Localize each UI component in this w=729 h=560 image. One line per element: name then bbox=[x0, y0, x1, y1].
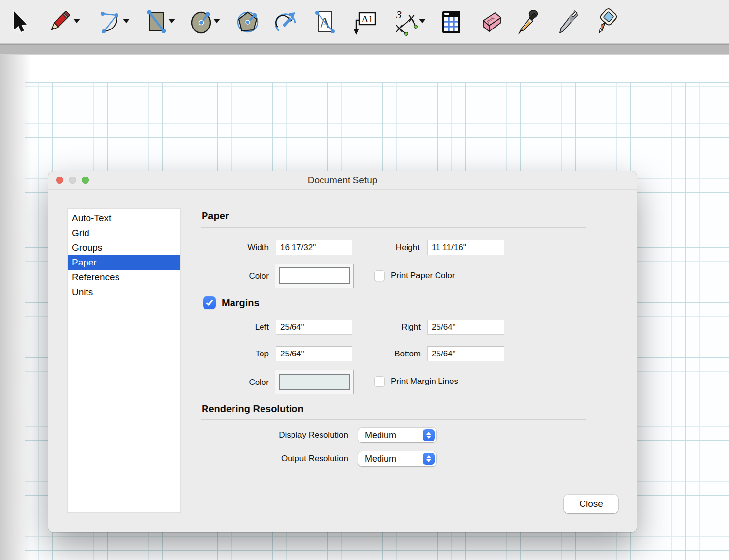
print-margin-lines-checkbox[interactable] bbox=[374, 376, 385, 387]
rectangle-tool-button[interactable] bbox=[144, 7, 171, 37]
dialog-title: Document Setup bbox=[308, 175, 378, 186]
pencil-tool-button[interactable] bbox=[45, 7, 73, 37]
app-window: A A1 3 bbox=[0, 0, 729, 560]
svg-text:3: 3 bbox=[396, 8, 402, 21]
stepper-icon bbox=[423, 429, 435, 441]
rotate-tool-button[interactable] bbox=[272, 7, 299, 37]
chevron-down-icon bbox=[426, 459, 431, 462]
output-resolution-label: Output Resolution bbox=[235, 451, 348, 466]
glue-icon bbox=[594, 8, 621, 36]
right-margin-input[interactable] bbox=[427, 320, 504, 335]
knife-tool-button[interactable] bbox=[554, 7, 582, 37]
right-margin-label: Right bbox=[358, 320, 421, 335]
margin-color-swatch bbox=[279, 374, 350, 390]
margins-section-heading: Margins bbox=[222, 297, 260, 309]
display-resolution-label: Display Resolution bbox=[235, 428, 348, 442]
ellipse-dropdown-arrow-icon[interactable] bbox=[213, 19, 220, 23]
traffic-lights bbox=[56, 177, 89, 184]
paper-color-label: Color bbox=[210, 268, 269, 284]
width-label: Width bbox=[210, 240, 269, 255]
sidebar-item-references[interactable]: References bbox=[68, 270, 180, 285]
toolbar-divider bbox=[0, 44, 729, 55]
eyedropper-tool-button[interactable] bbox=[515, 7, 542, 37]
bottom-margin-input[interactable] bbox=[427, 346, 504, 361]
chevron-up-icon bbox=[426, 432, 431, 435]
ellipse-tool-button[interactable] bbox=[188, 7, 216, 37]
rectangle-dropdown-arrow-icon[interactable] bbox=[168, 19, 175, 23]
close-window-icon[interactable] bbox=[56, 177, 63, 184]
pencil-dropdown-arrow-icon[interactable] bbox=[73, 19, 80, 23]
glue-tool-button[interactable] bbox=[594, 7, 621, 37]
sidebar-item-auto-text[interactable]: Auto-Text bbox=[68, 211, 180, 226]
left-margin-input[interactable] bbox=[276, 320, 352, 335]
calculator-table-tool-button[interactable] bbox=[437, 7, 465, 37]
dimension-label-icon: A1 bbox=[352, 8, 378, 36]
polygon-icon bbox=[235, 8, 262, 36]
output-resolution-value: Medium bbox=[358, 454, 423, 464]
dialog-titlebar[interactable]: Document Setup bbox=[48, 171, 637, 190]
knife-icon bbox=[556, 8, 581, 36]
dimension-icon: 3 bbox=[391, 8, 419, 36]
checkmark-icon bbox=[206, 298, 213, 305]
text-icon: A bbox=[313, 8, 337, 36]
chevron-down-icon bbox=[426, 436, 431, 439]
left-margin-label: Left bbox=[210, 320, 269, 335]
paper-color-swatch bbox=[279, 267, 350, 284]
rectangle-icon bbox=[146, 8, 169, 36]
print-paper-color-row: Print Paper Color bbox=[374, 270, 455, 281]
eyedropper-icon bbox=[516, 8, 541, 36]
sidebar-item-groups[interactable]: Groups bbox=[68, 240, 180, 255]
sidebar-item-grid[interactable]: Grid bbox=[68, 226, 180, 240]
curve-tool-button[interactable] bbox=[97, 7, 124, 37]
sidebar-item-paper[interactable]: Paper bbox=[68, 255, 180, 270]
margins-heading-row: Margins bbox=[203, 296, 260, 309]
curve-icon bbox=[98, 9, 123, 35]
section-divider bbox=[201, 419, 586, 420]
eraser-tool-button[interactable]: pink bbox=[476, 7, 504, 37]
rotate-arrow-icon bbox=[272, 8, 299, 36]
dimension-label-tool-button[interactable]: A1 bbox=[351, 7, 379, 37]
settings-category-list: Auto-Text Grid Groups Paper References U… bbox=[67, 208, 181, 513]
paper-section-heading: Paper bbox=[202, 210, 229, 222]
width-input[interactable] bbox=[276, 240, 352, 255]
margins-checkbox[interactable] bbox=[203, 296, 216, 309]
ellipse-icon bbox=[189, 8, 215, 36]
top-margin-label: Top bbox=[210, 346, 269, 361]
height-label: Height bbox=[358, 240, 420, 255]
display-resolution-value: Medium bbox=[358, 430, 423, 441]
document-setup-dialog: Document Setup Auto-Text Grid Groups Pap… bbox=[48, 171, 637, 532]
height-input[interactable] bbox=[427, 240, 504, 255]
paper-color-well[interactable] bbox=[275, 264, 354, 288]
top-margin-input[interactable] bbox=[276, 346, 352, 361]
print-margin-lines-row: Print Margin Lines bbox=[374, 376, 458, 387]
bottom-margin-label: Bottom bbox=[358, 346, 421, 361]
text-tool-button[interactable]: A bbox=[311, 7, 339, 37]
sidebar-item-units[interactable]: Units bbox=[68, 285, 180, 299]
svg-text:A1: A1 bbox=[361, 14, 373, 24]
section-divider bbox=[201, 227, 586, 228]
margin-color-label: Color bbox=[210, 375, 269, 390]
cursor-icon bbox=[9, 10, 29, 34]
output-resolution-select[interactable]: Medium bbox=[358, 451, 436, 466]
section-divider bbox=[201, 313, 586, 313]
display-resolution-select[interactable]: Medium bbox=[358, 428, 436, 442]
minimize-window-icon[interactable] bbox=[69, 177, 76, 184]
table-icon bbox=[439, 8, 464, 36]
print-margin-lines-label: Print Margin Lines bbox=[391, 377, 458, 386]
curve-dropdown-arrow-icon[interactable] bbox=[123, 19, 130, 23]
dimension-tool-button[interactable]: 3 bbox=[391, 7, 419, 37]
rendering-section-heading: Rendering Resolution bbox=[202, 403, 304, 414]
close-button[interactable]: Close bbox=[564, 495, 618, 513]
eraser-icon: pink bbox=[476, 9, 504, 35]
select-tool-button[interactable] bbox=[5, 7, 33, 37]
print-paper-color-checkbox[interactable] bbox=[374, 270, 385, 281]
margin-color-well[interactable] bbox=[275, 370, 354, 394]
stepper-icon bbox=[423, 453, 435, 465]
polygon-tool-button[interactable] bbox=[234, 7, 262, 37]
toolbar: A A1 3 bbox=[0, 0, 729, 44]
dimension-dropdown-arrow-icon[interactable] bbox=[419, 19, 426, 23]
zoom-window-icon[interactable] bbox=[82, 177, 89, 184]
chevron-up-icon bbox=[426, 455, 431, 458]
pencil-icon bbox=[46, 8, 72, 36]
print-paper-color-label: Print Paper Color bbox=[391, 271, 455, 281]
